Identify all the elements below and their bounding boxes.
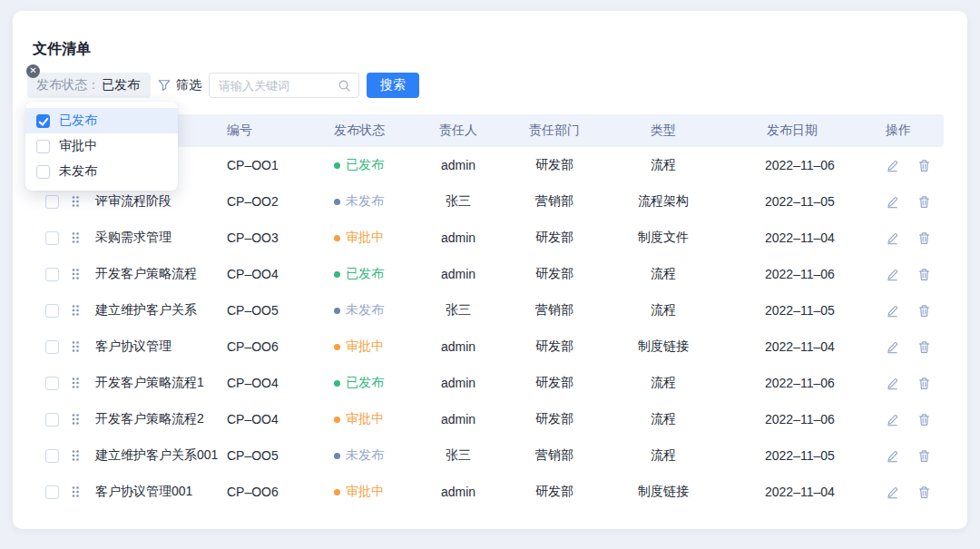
filter-button[interactable]: 筛选 <box>152 73 207 98</box>
publish-date: 2022–11–05 <box>718 303 856 318</box>
row-checkbox[interactable] <box>45 268 59 281</box>
edit-pencil-icon[interactable] <box>886 304 899 318</box>
search-button[interactable]: 搜索 <box>367 73 419 98</box>
status-cell: 已发布 <box>329 157 416 173</box>
trash-icon[interactable] <box>917 195 931 209</box>
drag-handle-icon[interactable] <box>70 413 81 426</box>
file-type: 制度链接 <box>609 338 718 355</box>
drag-handle-icon[interactable] <box>70 485 81 498</box>
edit-pencil-icon[interactable] <box>886 231 899 245</box>
file-type: 流程 <box>609 375 718 391</box>
edit-pencil-icon[interactable] <box>886 159 899 172</box>
status-cell: 未发布 <box>329 193 416 210</box>
edit-pencil-icon[interactable] <box>886 377 899 390</box>
status-dot-icon <box>334 380 340 387</box>
trash-icon[interactable] <box>917 377 931 390</box>
status-badge: 审批中 <box>346 484 384 500</box>
edit-pencil-icon[interactable] <box>886 485 899 499</box>
status-cell: 未发布 <box>329 447 416 464</box>
edit-pencil-icon[interactable] <box>886 449 899 463</box>
page-title: 文件清单 <box>33 40 91 59</box>
trash-icon[interactable] <box>917 268 931 281</box>
trash-icon[interactable] <box>917 340 931 354</box>
publish-date: 2022–11–04 <box>718 230 856 245</box>
trash-icon[interactable] <box>917 231 931 245</box>
trash-icon[interactable] <box>917 159 931 172</box>
trash-icon[interactable] <box>917 413 931 426</box>
row-checkbox[interactable] <box>45 195 59 209</box>
file-code: CP–OO4 <box>222 376 329 390</box>
drag-handle-icon[interactable] <box>70 231 81 244</box>
status-badge: 已发布 <box>346 157 384 173</box>
status-cell: 审批中 <box>329 338 416 355</box>
status-cell: 审批中 <box>329 411 416 427</box>
status-badge: 已发布 <box>346 266 384 282</box>
drag-handle-icon[interactable] <box>70 340 81 353</box>
drag-handle-icon[interactable] <box>70 377 81 389</box>
row-checkbox[interactable] <box>45 413 59 426</box>
row-checkbox[interactable] <box>45 304 59 318</box>
status-cell: 审批中 <box>329 230 416 246</box>
file-code: CP–OO2 <box>222 194 329 209</box>
file-code: CP–OO5 <box>222 448 329 463</box>
chip-label: 发布状态： <box>36 77 100 93</box>
department: 研发部 <box>500 411 609 427</box>
drag-handle-icon[interactable] <box>70 195 81 208</box>
file-name: 评审流程阶段 <box>91 193 222 210</box>
drag-handle-icon[interactable] <box>70 449 81 462</box>
row-checkbox[interactable] <box>45 340 59 354</box>
chip-value: 已发布 <box>102 77 140 93</box>
file-type: 流程 <box>609 447 718 464</box>
row-checkbox[interactable] <box>45 231 59 245</box>
trash-icon[interactable] <box>917 449 931 463</box>
drag-handle-icon[interactable] <box>70 304 81 317</box>
status-filter-chip[interactable]: 发布状态： 已发布 <box>27 73 151 98</box>
publish-date: 2022–11–04 <box>718 485 856 499</box>
table-row: 开发客户策略流程2 CP–OO4 审批中 admin 研发部 流程 2022–1… <box>36 401 944 437</box>
magnifier-icon[interactable] <box>338 79 351 93</box>
owner: 张三 <box>416 193 500 210</box>
file-code: CP–OO6 <box>222 485 329 499</box>
status-dot-icon <box>334 271 340 278</box>
dropdown-option[interactable]: 已发布 <box>25 108 178 133</box>
option-checkbox-icon[interactable] <box>36 165 50 179</box>
option-checkbox-icon[interactable] <box>36 140 50 153</box>
dropdown-option[interactable]: 未发布 <box>25 159 178 184</box>
file-code: CP–OO5 <box>222 303 329 318</box>
file-name: 开发客户策略流程1 <box>91 375 222 391</box>
department: 营销部 <box>500 302 609 319</box>
status-cell: 未发布 <box>329 302 416 319</box>
file-name: 建立维护客户关系001 <box>91 447 222 464</box>
status-badge: 未发布 <box>346 447 384 464</box>
clear-filter-icon[interactable]: ✕ <box>26 64 40 78</box>
department: 研发部 <box>500 266 609 282</box>
status-dot-icon <box>334 453 340 459</box>
filter-label: 筛选 <box>176 77 201 93</box>
status-cell: 审批中 <box>329 484 416 500</box>
drag-handle-icon[interactable] <box>70 268 81 280</box>
status-badge: 未发布 <box>346 193 384 210</box>
dropdown-option[interactable]: 审批中 <box>25 133 178 159</box>
edit-pencil-icon[interactable] <box>886 413 899 426</box>
edit-pencil-icon[interactable] <box>886 268 899 281</box>
row-checkbox[interactable] <box>45 377 59 390</box>
status-badge: 审批中 <box>346 411 384 427</box>
row-checkbox[interactable] <box>45 485 59 499</box>
file-code: CP–OO6 <box>222 339 329 354</box>
table-body: CP–OO1 已发布 admin 研发部 流程 2022–11–06 <box>36 147 944 510</box>
trash-icon[interactable] <box>917 485 931 499</box>
status-badge: 未发布 <box>346 302 384 319</box>
status-dot-icon <box>334 199 340 205</box>
publish-date: 2022–11–05 <box>718 448 856 463</box>
option-label: 未发布 <box>59 163 97 180</box>
row-checkbox[interactable] <box>45 449 59 463</box>
edit-pencil-icon[interactable] <box>886 340 899 354</box>
status-badge: 审批中 <box>346 230 384 246</box>
owner: 张三 <box>416 447 500 464</box>
status-dot-icon <box>334 344 340 350</box>
trash-icon[interactable] <box>917 304 931 318</box>
option-checkbox-icon[interactable] <box>36 114 50 128</box>
file-name: 建立维护客户关系 <box>91 302 222 319</box>
edit-pencil-icon[interactable] <box>886 195 899 209</box>
search-input[interactable] <box>219 79 338 93</box>
